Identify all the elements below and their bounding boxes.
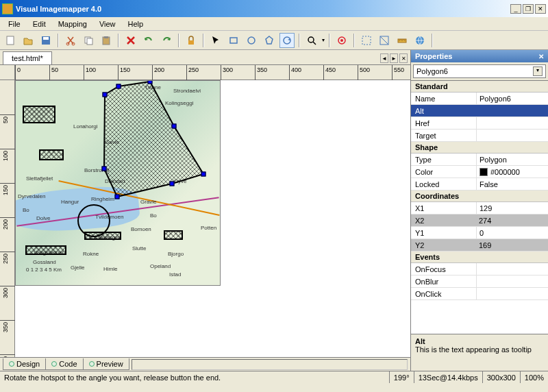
property-grid[interactable]: StandardNamePolygon6AltHrefTargetShapeTy… <box>411 80 548 334</box>
svg-rect-10 <box>230 38 237 43</box>
scale-bar: 0 1 2 3 4 5 Km <box>26 267 62 273</box>
properties-pin-icon[interactable]: ✕ <box>538 53 544 60</box>
h-scrollbar[interactable] <box>132 359 408 370</box>
save-button[interactable] <box>38 33 53 48</box>
svg-point-11 <box>248 37 255 44</box>
status-zoom: 100% <box>521 371 548 383</box>
cut-button[interactable] <box>63 33 78 48</box>
status-angle: 199° <box>390 371 414 383</box>
dropdown-icon[interactable]: ▾ <box>533 66 543 76</box>
prop-row[interactable]: TypePolygon <box>411 154 548 166</box>
map-canvas[interactable]: TvinneStrondaelviKolingseggiLonahorgiGav… <box>15 80 221 286</box>
ruler-horizontal: 050100150200250300350400450500550 <box>15 65 410 80</box>
maximize-button[interactable]: ❐ <box>523 4 534 14</box>
status-message: Rotate the hotspot to the angle you want… <box>0 371 390 383</box>
rotate-tool[interactable] <box>279 33 295 48</box>
prop-row[interactable]: NamePolygon6 <box>411 93 548 105</box>
svg-rect-0 <box>7 36 14 45</box>
menu-file[interactable]: File <box>3 19 26 29</box>
object-selector[interactable]: Polygon6 ▾ <box>413 64 546 78</box>
status-size: 300x300 <box>483 371 521 383</box>
tab-code[interactable]: Code <box>45 358 83 370</box>
menu-help[interactable]: Help <box>123 19 149 29</box>
prop-section: Standard <box>411 81 548 93</box>
open-button[interactable] <box>21 33 36 48</box>
prop-row[interactable]: X1129 <box>411 202 548 215</box>
tab-next[interactable]: ► <box>390 53 398 63</box>
menu-edit[interactable]: Edit <box>27 19 51 29</box>
prop-row[interactable]: X2274 <box>411 215 548 227</box>
prop-row[interactable]: OnBlur <box>411 275 548 288</box>
hotspot-polygon[interactable] <box>16 81 221 286</box>
prop-row[interactable]: OnFocus <box>411 263 548 275</box>
tab-close[interactable]: ✕ <box>399 53 408 63</box>
prop-row[interactable]: Color#000000 <box>411 166 548 178</box>
lock-button[interactable] <box>184 33 199 48</box>
prop-section: Shape <box>411 142 548 154</box>
minimize-button[interactable]: _ <box>510 4 521 14</box>
menu-bar: File Edit Mapping View Help <box>0 17 548 31</box>
ruler-vertical: 50100150200250300350400 <box>0 80 15 357</box>
status-connection: 13Sec@14.4kbps <box>414 371 483 383</box>
ruler-button[interactable] <box>395 33 410 48</box>
svg-rect-9 <box>188 40 194 45</box>
svg-point-13 <box>308 37 314 42</box>
app-icon <box>2 3 13 14</box>
copy-button[interactable] <box>81 33 96 48</box>
svg-rect-2 <box>43 37 49 40</box>
tab-design[interactable]: Design <box>3 358 46 370</box>
prop-row[interactable]: Y10 <box>411 227 548 239</box>
rect-tool[interactable] <box>226 33 241 48</box>
prop-section: Events <box>411 252 548 263</box>
toolbar: ▾ <box>0 31 548 50</box>
polygon-tool[interactable] <box>262 33 277 48</box>
pointer-tool[interactable] <box>208 33 223 48</box>
zoom-tool[interactable] <box>304 33 319 48</box>
circle-tool[interactable] <box>244 33 259 48</box>
properties-title: Properties <box>415 52 452 60</box>
svg-marker-20 <box>104 82 203 197</box>
new-button[interactable] <box>3 33 18 48</box>
undo-button[interactable] <box>141 33 156 48</box>
close-button[interactable]: ✕ <box>535 4 546 14</box>
prop-section: Coordinates <box>411 191 548 202</box>
tab-prev[interactable]: ◄ <box>380 53 388 63</box>
prop-row[interactable]: LockedFalse <box>411 178 548 191</box>
prop-row[interactable]: Alt <box>411 105 548 117</box>
select-visible-button[interactable] <box>359 33 374 48</box>
web-button[interactable] <box>412 33 427 48</box>
menu-view[interactable]: View <box>94 19 121 29</box>
app-title: Visual Imagemapper 4.0 <box>16 5 101 13</box>
svg-point-12 <box>284 37 290 44</box>
delete-button[interactable] <box>123 33 138 48</box>
ruler-corner <box>0 65 15 80</box>
zoom-dropdown-icon[interactable]: ▾ <box>322 37 325 43</box>
file-tab[interactable]: test.html* <box>3 51 52 64</box>
svg-point-15 <box>340 39 343 42</box>
select-all-button[interactable] <box>377 33 392 48</box>
tab-preview[interactable]: Preview <box>83 358 129 370</box>
paste-button[interactable] <box>99 33 114 48</box>
svg-rect-16 <box>362 36 371 45</box>
target-button[interactable] <box>334 33 349 48</box>
prop-row[interactable]: Y2169 <box>411 239 548 252</box>
prop-row[interactable]: Target <box>411 130 548 142</box>
property-description: Alt This is the text appearing as toolti… <box>411 334 548 371</box>
menu-mapping[interactable]: Mapping <box>53 19 92 29</box>
svg-rect-6 <box>87 38 92 45</box>
prop-row[interactable]: Href <box>411 117 548 130</box>
svg-rect-8 <box>104 36 108 38</box>
prop-row[interactable]: OnClick <box>411 288 548 300</box>
redo-button[interactable] <box>159 33 174 48</box>
